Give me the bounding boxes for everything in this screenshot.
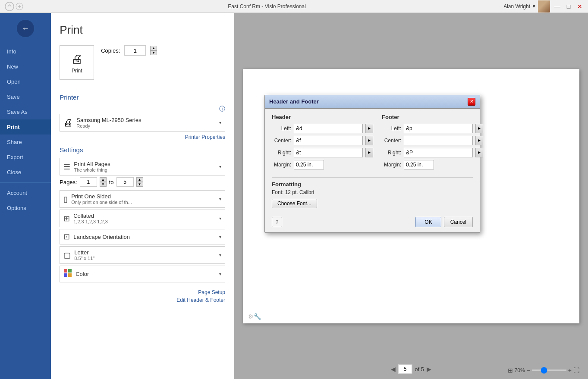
- minimize-button[interactable]: —: [553, 3, 561, 10]
- cancel-button[interactable]: Cancel: [444, 217, 473, 227]
- info-icon[interactable]: ⓘ: [219, 105, 225, 113]
- printer-properties-link[interactable]: Printer Properties: [60, 134, 225, 140]
- footer-right-input[interactable]: [404, 148, 473, 157]
- ok-button[interactable]: OK: [415, 217, 441, 227]
- printer-icon: 🖨: [71, 52, 83, 66]
- pages-to-up[interactable]: ▲: [136, 177, 143, 182]
- header-section: Header Left: ▶ Center: ▶: [272, 114, 373, 172]
- preview-area: ⚙🔧 Header and Footer ✕ Header: [234, 13, 588, 379]
- zoom-fullscreen-icon[interactable]: ⛶: [573, 367, 579, 374]
- choose-font-button[interactable]: Choose Font...: [272, 199, 317, 208]
- pages-from-input[interactable]: [80, 177, 97, 187]
- sidebar-item-info[interactable]: Info: [0, 44, 51, 59]
- printer-selector[interactable]: 🖨 Samsung ML-2950 Series Ready ▾: [60, 114, 225, 132]
- footer-right-insert-button[interactable]: ▶: [475, 148, 483, 157]
- paper-size-selector[interactable]: ▢ Letter 8.5" x 11" ▾: [60, 246, 225, 264]
- color-dropdown-arrow: ▾: [219, 272, 221, 276]
- header-right-input[interactable]: [294, 148, 363, 157]
- current-page-input[interactable]: [398, 364, 412, 374]
- copies-input[interactable]: [124, 45, 146, 56]
- svg-rect-2: [64, 269, 67, 273]
- preview-page: ⚙🔧 Header and Footer ✕ Header: [243, 69, 579, 323]
- copies-up-button[interactable]: ▲: [150, 46, 157, 50]
- orientation-dropdown-arrow: ▾: [219, 235, 221, 239]
- page-setup-link[interactable]: Page Setup: [198, 289, 225, 295]
- color-selector[interactable]: Color ▾: [60, 266, 225, 282]
- copies-row: Copies: ▲ ▼: [101, 45, 157, 56]
- sidebar-item-open[interactable]: Open: [0, 74, 51, 89]
- sidebar-item-close[interactable]: Close: [0, 165, 51, 180]
- footer-left-input[interactable]: [404, 124, 473, 133]
- sidebar-item-save-as[interactable]: Save As: [0, 104, 51, 119]
- sidebar-item-share[interactable]: Share: [0, 135, 51, 150]
- dialog-title: Header and Footer: [269, 98, 319, 105]
- one-sided-sub: Only print on one side of th...: [71, 200, 140, 205]
- zoom-in-button[interactable]: +: [568, 367, 572, 374]
- pages-to-spinner: ▲ ▼: [136, 177, 143, 187]
- print-button[interactable]: 🖨 Print: [60, 45, 94, 80]
- paper-size-main: Letter: [74, 249, 216, 256]
- footer-margin-input[interactable]: [404, 160, 434, 169]
- header-right-insert-button[interactable]: ▶: [365, 148, 373, 157]
- svg-rect-5: [68, 273, 72, 277]
- formatting-title: Formatting: [272, 181, 473, 188]
- header-center-insert-button[interactable]: ▶: [365, 136, 373, 145]
- footer-center-input[interactable]: [404, 136, 473, 145]
- user-dropdown-arrow[interactable]: ▾: [533, 3, 535, 9]
- formatting-divider: [272, 177, 473, 178]
- printer-device-icon: 🖨: [63, 117, 73, 128]
- printer-name: Samsung ML-2950 Series: [76, 117, 216, 123]
- footer-margin-label: Margin:: [382, 162, 401, 168]
- print-pages-icon: ☰: [63, 162, 70, 172]
- dialog-titlebar: Header and Footer ✕: [265, 95, 480, 109]
- close-button[interactable]: ✕: [576, 3, 584, 10]
- copies-label: Copies:: [101, 47, 120, 54]
- quick-access-toolbar: [4, 1, 30, 12]
- zoom-level: 70%: [515, 367, 525, 373]
- prev-page-button[interactable]: ◀: [391, 366, 396, 373]
- pages-from-down[interactable]: ▼: [100, 182, 107, 187]
- maximize-button[interactable]: □: [565, 3, 572, 10]
- footer-left-insert-button[interactable]: ▶: [475, 124, 483, 133]
- collated-selector[interactable]: ⊞ Collated 1,2,3 1,2,3 1,2,3 ▾: [60, 210, 225, 227]
- sidebar-item-print[interactable]: Print: [0, 119, 51, 135]
- pages-from-up[interactable]: ▲: [100, 177, 107, 182]
- header-margin-input[interactable]: [294, 160, 324, 169]
- footer-margin-field: Margin:: [382, 160, 483, 169]
- copies-spinner: ▲ ▼: [150, 46, 157, 55]
- next-page-button[interactable]: ▶: [427, 366, 431, 373]
- dialog-help-button[interactable]: ?: [272, 217, 282, 227]
- pages-from-spinner: ▲ ▼: [100, 177, 107, 187]
- collated-icon: ⊞: [63, 214, 70, 223]
- print-one-sided-selector[interactable]: ▯ Print One Sided Only print on one side…: [60, 190, 225, 208]
- header-left-input[interactable]: [294, 124, 363, 133]
- header-footer-sections: Header Left: ▶ Center: ▶: [272, 114, 473, 172]
- sidebar-item-save[interactable]: Save: [0, 89, 51, 104]
- footer-center-insert-button[interactable]: ▶: [475, 136, 483, 145]
- zoom-slider[interactable]: [532, 370, 566, 371]
- header-center-input[interactable]: [294, 136, 363, 145]
- dialog-close-button[interactable]: ✕: [468, 98, 475, 106]
- footer-section-title: Footer: [382, 114, 483, 120]
- zoom-fit-icon[interactable]: ⊞: [508, 367, 513, 374]
- edit-header-footer-link[interactable]: Edit Header & Footer: [176, 297, 225, 303]
- svg-point-0: [5, 2, 14, 11]
- font-info: Font: 12 pt. Calibri: [272, 189, 473, 195]
- pages-to-down[interactable]: ▼: [136, 182, 143, 187]
- sidebar-item-account[interactable]: Account: [0, 185, 51, 200]
- settings-section-title: Settings: [60, 146, 225, 153]
- header-right-label: Right:: [272, 150, 291, 156]
- sidebar-item-options[interactable]: Options: [0, 200, 51, 216]
- back-button[interactable]: ←: [17, 20, 34, 37]
- orientation-selector[interactable]: ⊡ Landscape Orientation ▾: [60, 229, 225, 244]
- sidebar-item-export[interactable]: Export: [0, 150, 51, 165]
- print-all-pages-selector[interactable]: ☰ Print All Pages The whole thing ▾: [60, 158, 225, 175]
- pages-label: Pages:: [60, 179, 77, 185]
- header-left-insert-button[interactable]: ▶: [365, 124, 373, 133]
- pages-to-input[interactable]: [116, 177, 134, 187]
- header-left-label: Left:: [272, 125, 291, 132]
- page-navigation: ◀ of 5 ▶: [391, 364, 431, 374]
- zoom-out-button[interactable]: −: [527, 367, 530, 374]
- sidebar-item-new[interactable]: New: [0, 59, 51, 74]
- copies-down-button[interactable]: ▼: [150, 50, 157, 55]
